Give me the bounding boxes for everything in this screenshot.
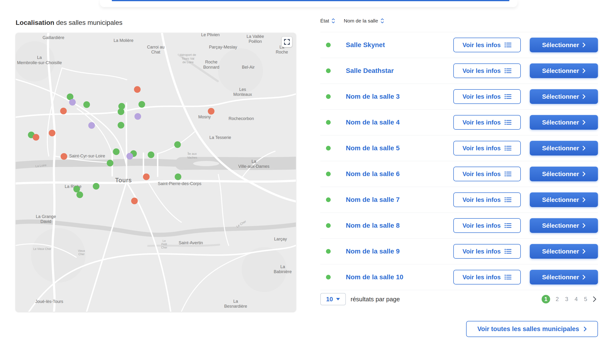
- map-fullscreen-button[interactable]: [282, 37, 292, 47]
- map-marker-orange[interactable]: [143, 173, 150, 180]
- map-place-label: Gaillardière: [43, 36, 64, 40]
- page-number-4[interactable]: 4: [574, 296, 579, 302]
- map-marker-orange[interactable]: [60, 108, 67, 114]
- map-place-label: Saint-Cyr-sur-Loire: [69, 154, 105, 158]
- map-marker-orange[interactable]: [61, 153, 67, 160]
- pagination-bar: 10 résultats par page 12345: [320, 287, 598, 311]
- map-marker-orange[interactable]: [131, 198, 138, 204]
- selectionner-button[interactable]: Sélectionner: [530, 270, 598, 285]
- voir-les-infos-button[interactable]: Voir les infos: [453, 270, 521, 285]
- select-label: Sélectionner: [542, 248, 579, 255]
- row-name[interactable]: Nom de la salle 8: [346, 222, 400, 229]
- voir-les-infos-button[interactable]: Voir les infos: [453, 38, 521, 52]
- map-marker-orange[interactable]: [134, 86, 141, 93]
- voir-les-infos-button[interactable]: Voir les infos: [453, 89, 521, 104]
- status-dot: [326, 120, 331, 125]
- map-marker-orange[interactable]: [49, 130, 55, 136]
- list-icon: [504, 223, 512, 228]
- page-number-5[interactable]: 5: [583, 296, 588, 302]
- map-marker-orange[interactable]: [208, 108, 214, 115]
- map-marker-green[interactable]: [77, 192, 83, 198]
- top-panel-edge: [100, 0, 517, 7]
- select-label: Sélectionner: [542, 170, 579, 178]
- map-place-label: Île aux Vaches: [187, 152, 197, 159]
- chevron-right-icon: [582, 42, 586, 48]
- map-marker-green[interactable]: [83, 101, 90, 108]
- chevron-right-icon: [583, 326, 587, 332]
- map[interactable]: GaillardièreLa MolièreLe PlivienLa Vallé…: [16, 33, 296, 312]
- map-marker-green[interactable]: [73, 186, 80, 192]
- page-number-1[interactable]: 1: [542, 295, 550, 303]
- voir-les-infos-button[interactable]: Voir les infos: [453, 167, 521, 181]
- map-marker-purple[interactable]: [134, 113, 141, 120]
- sort-etat[interactable]: État: [320, 18, 335, 24]
- map-marker-green[interactable]: [118, 108, 124, 115]
- sort-name[interactable]: Nom de la salle: [344, 18, 384, 24]
- page-numbers: 12345: [542, 295, 588, 303]
- voir-les-infos-button[interactable]: Voir les infos: [453, 244, 521, 259]
- list-icon: [504, 94, 512, 99]
- sort-bar: État Nom de la salle: [320, 18, 384, 24]
- list-icon: [504, 119, 512, 125]
- page-number-3[interactable]: 3: [564, 296, 569, 302]
- map-place-label: Joué-lès-Tours: [35, 299, 63, 304]
- row-name[interactable]: Nom de la salle 9: [346, 247, 400, 255]
- table-row: Nom de la salle 8 Voir les infos Sélecti…: [320, 213, 598, 239]
- row-name[interactable]: Nom de la salle 6: [346, 170, 400, 178]
- map-place-label: Le Cher: [236, 219, 247, 228]
- voir-les-infos-button[interactable]: Voir les infos: [453, 192, 521, 207]
- map-marker-green[interactable]: [175, 173, 181, 180]
- selectionner-button[interactable]: Sélectionner: [530, 218, 598, 233]
- selectionner-button[interactable]: Sélectionner: [530, 64, 598, 78]
- map-marker-green[interactable]: [107, 160, 113, 166]
- map-place-label: Les Monteaux: [233, 87, 252, 97]
- map-marker-green[interactable]: [113, 148, 119, 155]
- map-marker-orange[interactable]: [33, 134, 39, 141]
- status-dot: [326, 68, 331, 73]
- map-place-label: Bel-Air: [242, 65, 255, 70]
- select-label: Sélectionner: [542, 93, 579, 100]
- map-place-label: La Vallée Poêlon: [246, 34, 264, 44]
- selectionner-button[interactable]: Sélectionner: [530, 38, 598, 52]
- voir-les-infos-button[interactable]: Voir les infos: [453, 115, 521, 130]
- map-marker-green[interactable]: [93, 183, 99, 190]
- row-name[interactable]: Nom de la salle 4: [346, 118, 400, 126]
- voir-les-infos-button[interactable]: Voir les infos: [453, 218, 521, 233]
- selectionner-button[interactable]: Sélectionner: [530, 192, 598, 207]
- list-icon: [504, 68, 512, 74]
- select-label: Sélectionner: [542, 67, 579, 75]
- page-size-select[interactable]: 10: [320, 293, 346, 305]
- status-dot: [326, 275, 331, 280]
- info-label: Voir les infos: [462, 145, 501, 152]
- info-label: Voir les infos: [462, 273, 501, 281]
- map-marker-green[interactable]: [148, 152, 154, 158]
- page-number-2[interactable]: 2: [555, 296, 560, 302]
- voir-les-infos-button[interactable]: Voir les infos: [453, 141, 521, 156]
- map-marker-green[interactable]: [174, 141, 181, 148]
- map-marker-green[interactable]: [118, 122, 124, 129]
- selectionner-button[interactable]: Sélectionner: [530, 167, 598, 181]
- dropdown-arrow-icon: [336, 298, 340, 300]
- selectionner-button[interactable]: Sélectionner: [530, 115, 598, 130]
- map-marker-purple[interactable]: [88, 122, 95, 129]
- fullscreen-icon: [284, 39, 290, 45]
- map-marker-green[interactable]: [138, 101, 145, 108]
- row-name[interactable]: Nom de la salle 3: [346, 93, 400, 100]
- list-icon: [504, 42, 512, 48]
- next-page-button[interactable]: [591, 296, 598, 302]
- map-marker-purple[interactable]: [69, 99, 76, 105]
- selectionner-button[interactable]: Sélectionner: [530, 244, 598, 259]
- voir-les-infos-button[interactable]: Voir les infos: [453, 64, 521, 78]
- row-name[interactable]: Nom de la salle 10: [346, 273, 403, 281]
- selectionner-button[interactable]: Sélectionner: [530, 89, 598, 104]
- voir-toutes-les-salles-button[interactable]: Voir toutes les salles municipales: [466, 321, 598, 337]
- info-label: Voir les infos: [462, 67, 501, 75]
- table-row: Salle Skynet Voir les infos Sélectionner: [320, 32, 598, 58]
- row-name[interactable]: Salle Deathstar: [346, 67, 394, 75]
- selectionner-button[interactable]: Sélectionner: [530, 141, 598, 156]
- map-marker-purple[interactable]: [126, 153, 133, 159]
- row-name[interactable]: Salle Skynet: [346, 41, 385, 49]
- row-name[interactable]: Nom de la salle 7: [346, 196, 400, 204]
- row-name[interactable]: Nom de la salle 5: [346, 144, 400, 152]
- status-dot: [326, 223, 331, 228]
